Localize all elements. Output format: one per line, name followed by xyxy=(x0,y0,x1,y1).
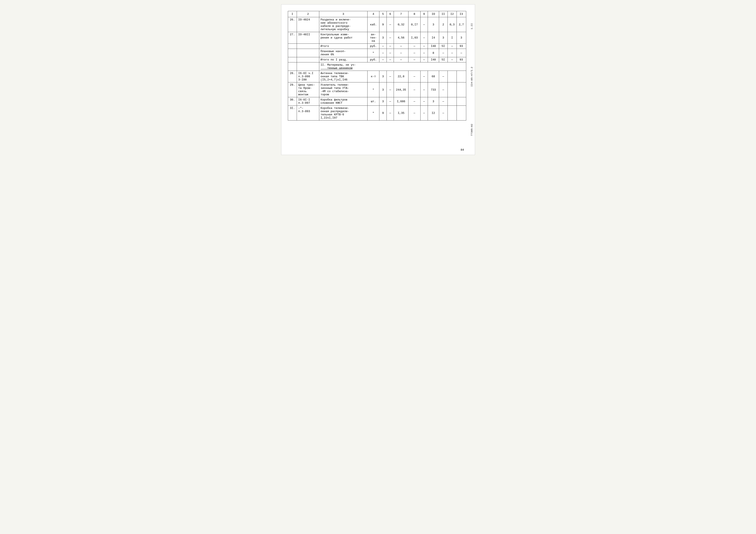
row26-col11: 2 xyxy=(439,17,447,32)
planned-col10: 8 xyxy=(428,49,439,57)
header-col5: 5 xyxy=(379,11,387,17)
row30-col9: — xyxy=(420,97,428,106)
header-row: I 2 3 4 5 6 7 8 9 IO II I2 I3 xyxy=(288,11,466,17)
planned-col9: — xyxy=(420,49,428,57)
header-col9: 9 xyxy=(420,11,428,17)
row29-desc: Усилитель телеви-зионный типа УТА--4М со… xyxy=(319,83,367,97)
subtotal-col7: — xyxy=(393,44,409,49)
row28-col10: 68 xyxy=(428,71,439,83)
row29-col13 xyxy=(456,83,466,97)
row26-col5: 9 xyxy=(379,17,387,32)
row29-code: Цена трес-та Пром-связьмонтаж xyxy=(297,83,319,97)
planned-col11: — xyxy=(439,49,447,57)
row26-num: 26. xyxy=(288,17,297,32)
row29-col6: — xyxy=(387,83,393,97)
planned-col12: — xyxy=(447,49,456,57)
row28-col13 xyxy=(456,71,466,83)
row31-col12 xyxy=(447,106,456,120)
row27-col6: — xyxy=(387,32,393,44)
subtotal-col8: — xyxy=(409,44,420,49)
header-col13: I3 xyxy=(456,11,466,17)
row27-desc: Контрольные изме-рения и сдача работ xyxy=(319,32,367,44)
row27-unit: ан-тен-на xyxy=(367,32,379,44)
row30-col11: — xyxy=(439,97,447,106)
row26-col12: 0,3 xyxy=(447,17,456,32)
row27-col10: I4 xyxy=(428,32,439,44)
row29-col10: 733 xyxy=(428,83,439,97)
subtotal-desc: Итого xyxy=(319,44,367,49)
header-col8: 8 xyxy=(409,11,420,17)
row26-col9: — xyxy=(420,17,428,32)
header-col7: 7 xyxy=(393,11,409,17)
row26-desc: Разделка и включе-ние абонентскогокабеля… xyxy=(319,17,367,32)
row31-col8: — xyxy=(409,106,420,120)
table-row: 27. IO-48II Контрольные изме-рения и сда… xyxy=(288,32,466,44)
page: I 2 3 4 5 6 7 8 9 IO II I2 I3 26. IO-482… xyxy=(281,4,475,155)
row31-col13 xyxy=(456,106,466,120)
table-row-31: 3I. –"–п.3-093 Коробка телевизи-онная ра… xyxy=(288,106,466,120)
row26-col8: 0,I7 xyxy=(409,17,420,32)
total-col6: — xyxy=(387,57,393,63)
row26-col7: 0,32 xyxy=(393,17,409,32)
total-empty1 xyxy=(288,57,297,63)
row30-col10: 3 xyxy=(428,97,439,106)
subtotal-unit: руб. xyxy=(367,44,379,49)
row28-col7: 22,8 xyxy=(393,71,409,83)
subtotal-col10: I40 xyxy=(428,44,439,49)
table-row-total-section: Итого по I разд. руб. — — — — — I48 5I —… xyxy=(288,57,466,63)
row27-code: IO-48II xyxy=(297,32,319,44)
row29-col11: — xyxy=(439,83,447,97)
planned-col8: — xyxy=(409,49,420,57)
row28-code: I6-0I ч.Iп.3-0983-I00 xyxy=(297,71,319,83)
row28-num: 28. xyxy=(288,71,297,83)
total-col12: — xyxy=(447,57,456,63)
row31-desc: Коробка телевизи-онная распредели-тельна… xyxy=(319,106,367,120)
row26-col10: 3 xyxy=(428,17,439,32)
total-empty2 xyxy=(297,57,319,63)
row29-col12 xyxy=(447,83,456,97)
row30-desc: Коробка фильтровсложения КФСТ xyxy=(319,97,367,106)
total-col11: 5I xyxy=(439,57,447,63)
row28-unit: к-т xyxy=(367,71,379,83)
row29-col7: 244,35 xyxy=(393,83,409,97)
row31-unit: " xyxy=(367,106,379,120)
header-col11: II xyxy=(439,11,447,17)
row31-col6: — xyxy=(387,106,393,120)
subtotal-col9: — xyxy=(420,44,428,49)
header-col6: 6 xyxy=(387,11,393,17)
row28-col11: — xyxy=(439,71,447,83)
row28-col8: — xyxy=(409,71,420,83)
row26-code: IO-4824 xyxy=(297,17,319,32)
planned-col7: — xyxy=(393,49,409,57)
subtotal-empty2 xyxy=(297,44,319,49)
table-row-29: 29. Цена трес-та Пром-связьмонтаж Усилит… xyxy=(288,83,466,97)
total-col8: — xyxy=(409,57,420,63)
header-col4: 4 xyxy=(367,11,379,17)
row31-col11: — xyxy=(439,106,447,120)
main-table: I 2 3 4 5 6 7 8 9 IO II I2 I3 26. IO-482… xyxy=(288,11,466,120)
table-row-28: 28. I6-0I ч.Iп.3-0983-I00 Антенна телеви… xyxy=(288,71,466,83)
row27-col5: 3 xyxy=(379,32,387,44)
subtotal-col11: 5I xyxy=(439,44,447,49)
row28-col9: — xyxy=(420,71,428,83)
header-col3: 3 xyxy=(319,11,367,17)
row28-desc: Антенна телевизи-онная типа ТВК(I5,2+4,7… xyxy=(319,71,367,83)
planned-empty2 xyxy=(297,49,319,57)
header-col1: I xyxy=(288,11,297,17)
table-row-planned: Плановые накоп-ления 6% " — — — — — 8 — … xyxy=(288,49,466,57)
row31-num: 3I. xyxy=(288,106,297,120)
row28-col5: 3 xyxy=(379,71,387,83)
right-margin-labels: 1.II II4-85-47/I.2 77305-02 xyxy=(471,5,473,155)
row29-unit: " xyxy=(367,83,379,97)
row27-col7: 4,56 xyxy=(393,32,409,44)
row27-col9: — xyxy=(420,32,428,44)
total-col9: — xyxy=(420,57,428,63)
row26-unit: каб. xyxy=(367,17,379,32)
subtotal-col5: — xyxy=(379,44,387,49)
row30-col13 xyxy=(456,97,466,106)
section-empty2 xyxy=(297,63,319,71)
table-row-section-header: II. Материалы, не уч- тенные ценником xyxy=(288,63,466,71)
planned-empty1 xyxy=(288,49,297,57)
row27-num: 27. xyxy=(288,32,297,44)
row31-col9: — xyxy=(420,106,428,120)
